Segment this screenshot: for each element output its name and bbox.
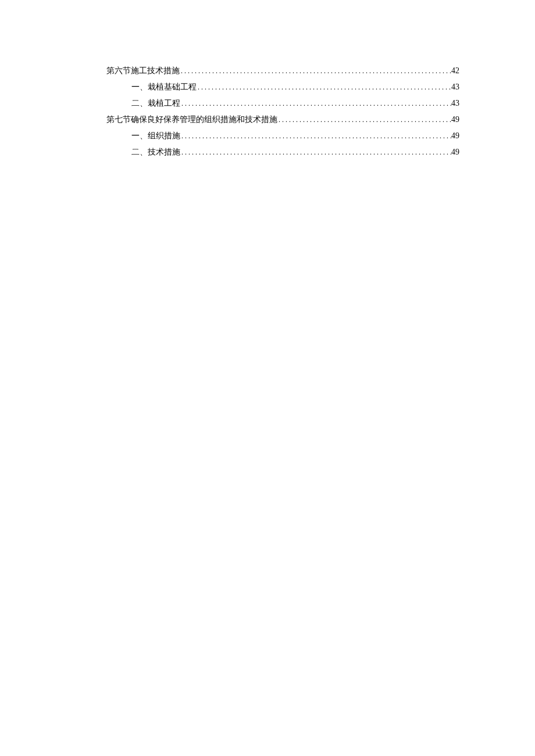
toc-leader-dots	[197, 79, 451, 95]
toc-leader-dots	[180, 95, 451, 112]
toc-leader-dots	[180, 63, 451, 79]
toc-entry: 一、栽植基础工程 43	[106, 79, 459, 95]
toc-entry: 第六节施工技术措施 42	[106, 63, 459, 79]
toc-title: 第六节施工技术措施	[106, 63, 180, 79]
toc-page-number: 42	[451, 63, 459, 79]
toc-entry: 第七节确保良好保养管理的组织措施和技术措施 49	[106, 112, 459, 128]
table-of-contents: 第六节施工技术措施 42 一、栽植基础工程 43 二、栽植工程 43 第七节确保…	[106, 63, 459, 160]
toc-leader-dots	[180, 128, 451, 144]
toc-leader-dots	[180, 144, 451, 160]
toc-entry: 二、技术措施 49	[106, 144, 459, 160]
toc-page-number: 43	[451, 95, 459, 112]
toc-title: 第七节确保良好保养管理的组织措施和技术措施	[106, 112, 277, 128]
toc-entry: 二、栽植工程 43	[106, 95, 459, 112]
toc-page-number: 49	[451, 112, 459, 128]
toc-page-number: 49	[451, 144, 459, 160]
toc-page-number: 43	[451, 79, 459, 95]
toc-entry: 一、组织措施 49	[106, 128, 459, 144]
toc-title: 一、组织措施	[131, 128, 180, 144]
toc-title: 一、栽植基础工程	[131, 79, 197, 95]
toc-title: 二、栽植工程	[131, 95, 180, 112]
toc-page-number: 49	[451, 128, 459, 144]
toc-title: 二、技术措施	[131, 144, 180, 160]
toc-leader-dots	[277, 112, 451, 128]
